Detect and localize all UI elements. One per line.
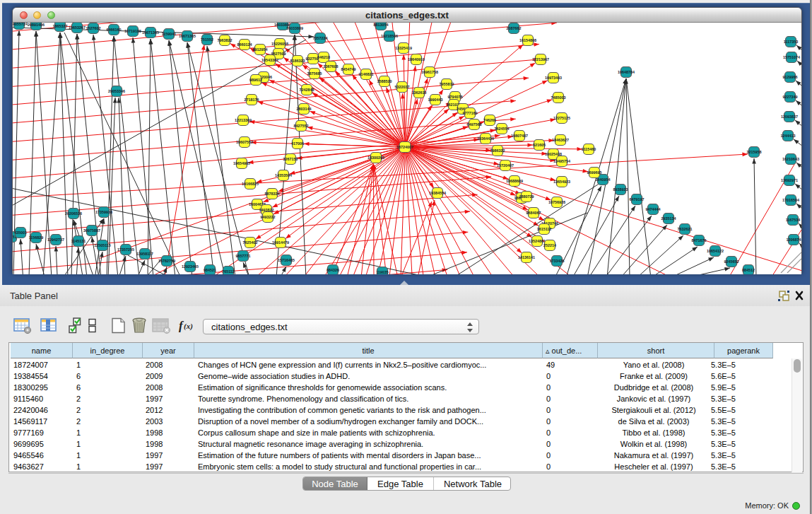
svg-text:1159041: 1159041 [162,32,177,36]
svg-text:8454749: 8454749 [341,67,356,71]
svg-text:1880729: 1880729 [519,194,534,199]
svg-text:14055724: 14055724 [13,23,28,26]
svg-text:546218: 546218 [317,55,330,59]
svg-text:2718176: 2718176 [245,98,259,102]
svg-text:435001: 435001 [14,230,27,235]
svg-text:9115460: 9115460 [582,147,596,151]
svg-text:9227349: 9227349 [783,95,798,99]
svg-text:8471676: 8471676 [692,238,707,243]
svg-text:7242848: 7242848 [300,88,314,92]
svg-text:9684067: 9684067 [526,211,541,215]
svg-text:10654122: 10654122 [707,249,724,253]
svg-text:18724007: 18724007 [396,145,413,149]
svg-text:6466160: 6466160 [107,28,122,32]
svg-text:3624554: 3624554 [495,127,510,131]
svg-text:(x): (x) [184,322,193,331]
svg-text:6479197: 6479197 [630,197,645,201]
svg-text:1615112: 1615112 [537,227,552,231]
svg-text:10756928: 10756928 [548,200,565,204]
svg-text:8427552: 8427552 [294,124,309,128]
svg-text:9146821: 9146821 [359,72,374,76]
svg-text:1865327: 1865327 [53,24,68,28]
svg-text:10648784: 10648784 [618,70,635,74]
svg-text:8813054: 8813054 [374,23,389,27]
svg-text:2087662: 2087662 [507,26,522,30]
svg-text:16914479: 16914479 [272,240,289,245]
svg-text:16782759: 16782759 [158,259,175,263]
svg-text:984521: 984521 [204,268,216,272]
svg-text:9794078: 9794078 [448,95,463,99]
svg-text:8912954: 8912954 [253,47,268,52]
svg-text:19384554: 19384554 [429,191,446,195]
svg-text:20206536: 20206536 [65,211,82,216]
svg-text:751552: 751552 [201,37,213,42]
svg-text:30975887: 30975887 [83,228,100,233]
svg-text:10973493: 10973493 [545,76,562,80]
svg-text:8878334: 8878334 [265,192,280,196]
svg-text:10653267: 10653267 [69,25,86,30]
svg-text:10807487: 10807487 [511,134,528,138]
svg-text:13958117: 13958117 [136,252,153,256]
svg-text:765112: 765112 [222,269,235,274]
svg-text:3875685: 3875685 [307,71,322,76]
svg-text:19654985: 19654985 [233,161,250,165]
svg-text:10607552: 10607552 [236,140,253,144]
svg-text:8660124: 8660124 [237,42,252,47]
svg-text:9245652: 9245652 [724,259,739,264]
svg-text:16961758: 16961758 [421,70,438,74]
svg-text:15751074: 15751074 [783,55,800,59]
svg-text:29053346: 29053346 [108,89,125,93]
svg-text:1990443: 1990443 [428,98,443,102]
svg-text:119035: 119035 [376,270,389,274]
svg-text:12505115: 12505115 [94,243,111,247]
svg-text:1244413: 1244413 [781,134,796,138]
svg-text:16154808: 16154808 [519,38,536,42]
svg-text:1733426: 1733426 [550,259,565,263]
svg-text:15226058: 15226058 [271,42,288,46]
svg-text:3215958: 3215958 [747,150,762,154]
svg-text:7625402: 7625402 [243,240,258,245]
svg-text:7986322: 7986322 [490,148,505,153]
svg-text:9777169: 9777169 [463,111,478,115]
svg-text:18463627: 18463627 [552,138,569,142]
svg-text:884512: 884512 [742,268,755,272]
svg-text:252214: 252214 [543,243,556,247]
svg-text:13654923: 13654923 [553,180,570,184]
svg-text:18300295: 18300295 [367,156,384,160]
svg-text:10543362: 10543362 [261,58,278,62]
svg-text:8186323: 8186323 [290,59,305,63]
svg-text:1145131: 1145131 [71,239,86,243]
svg-text:3267150: 3267150 [283,157,298,161]
svg-text:1527602: 1527602 [86,26,101,30]
svg-text:1588520: 1588520 [377,79,392,83]
svg-text:13692971: 13692971 [781,178,798,182]
svg-text:7357224: 7357224 [313,36,328,40]
svg-text:12275125: 12275125 [553,116,570,120]
svg-text:6497568: 6497568 [467,122,482,127]
svg-text:8938923: 8938923 [613,187,628,192]
svg-text:1117353: 1117353 [784,40,798,44]
svg-text:1206874: 1206874 [787,238,801,242]
svg-text:1167534: 1167534 [786,218,801,222]
svg-text:15716485: 15716485 [278,258,295,262]
svg-text:12093837: 12093837 [781,115,798,119]
svg-text:9699695: 9699695 [587,170,602,175]
svg-text:16671365: 16671365 [179,34,196,38]
svg-text:16033809: 16033809 [286,26,303,30]
svg-text:417006: 417006 [291,141,304,146]
svg-text:7963822: 7963822 [218,38,233,42]
svg-text:7485003: 7485003 [551,95,566,100]
svg-text:12923465: 12923465 [182,264,199,269]
svg-text:16671365: 16671365 [142,30,159,35]
svg-text:989612: 989612 [249,78,262,82]
svg-text:14353594: 14353594 [275,173,292,177]
svg-text:19218506: 19218506 [381,34,398,38]
svg-text:14136141: 14136141 [518,255,535,259]
svg-text:746266: 746266 [483,118,496,122]
svg-text:17016504: 17016504 [782,198,799,202]
svg-text:10719185: 10719185 [124,29,141,33]
svg-text:2803144: 2803144 [297,107,312,111]
svg-text:13325419: 13325419 [395,46,412,50]
svg-text:10688609: 10688609 [506,179,523,183]
svg-text:12213967: 12213967 [532,57,549,62]
